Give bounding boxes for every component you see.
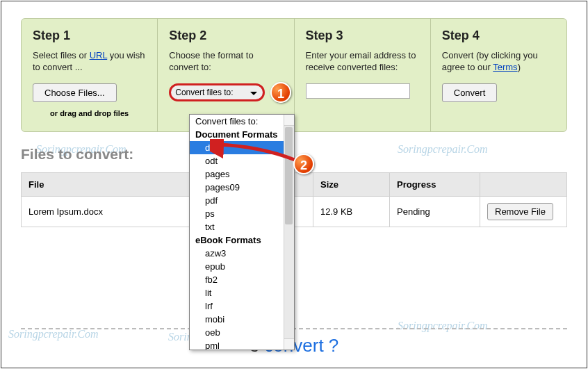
drag-drop-label: or drag and drop files xyxy=(33,109,146,117)
step-3-title: Step 3 xyxy=(306,28,419,43)
step-3: Step 3 Enter your email address to recei… xyxy=(294,19,430,131)
annotation-arrow-icon xyxy=(210,139,300,167)
dropdown-item[interactable]: pdf xyxy=(190,194,294,207)
step-4-desc: Convert (by clicking you agree to our Te… xyxy=(442,50,555,74)
url-link[interactable]: URL xyxy=(90,50,108,60)
cell-size: 12.9 KB xyxy=(313,196,390,227)
dropdown-item[interactable]: pages09 xyxy=(190,181,294,194)
cell-action: Remove File xyxy=(480,196,567,227)
step-3-desc: Enter your email address to receive conv… xyxy=(306,50,419,74)
email-field[interactable] xyxy=(306,83,410,99)
convert-button[interactable]: Convert xyxy=(442,83,498,102)
dropdown-item[interactable]: fb2 xyxy=(190,273,294,286)
format-select-label: Convert files to: xyxy=(171,85,263,99)
choose-files-button[interactable]: Choose Files... xyxy=(33,83,117,102)
col-progress: Progress xyxy=(390,172,480,196)
step-1: Step 1 Select files or URL you wish to c… xyxy=(22,19,157,131)
dropdown-item[interactable]: oeb xyxy=(190,326,294,339)
dropdown-item[interactable]: pml xyxy=(190,339,294,350)
dropdown-item[interactable]: lrf xyxy=(190,300,294,313)
step-2-desc: Choose the format to convert to: xyxy=(169,50,282,74)
dropdown-item[interactable]: mobi xyxy=(190,313,294,326)
step-4-title: Step 4 xyxy=(442,28,555,43)
cell-progress: Pending xyxy=(390,196,480,227)
annotation-2-icon: 2 xyxy=(293,154,314,174)
dropdown-item[interactable]: lit xyxy=(190,286,294,300)
app-window: Soringpcrepair.Com Soringpcrepair.Com So… xyxy=(1,1,587,368)
step-1-desc: Select files or URL you wish to convert … xyxy=(33,50,146,74)
dropdown-item[interactable]: epub xyxy=(190,260,294,273)
format-select[interactable]: Convert files to: xyxy=(169,83,265,101)
dropdown-item[interactable]: ps xyxy=(190,207,294,220)
dropdown-group: eBook Formats xyxy=(190,233,294,247)
col-size: Size xyxy=(313,172,390,196)
col-actions xyxy=(480,172,567,196)
dropdown-prompt[interactable]: Convert files to: xyxy=(190,115,294,128)
step-2-title: Step 2 xyxy=(169,28,282,43)
dropdown-item[interactable]: azw3 xyxy=(190,247,294,260)
remove-file-button[interactable]: Remove File xyxy=(487,203,553,220)
step-4: Step 4 Convert (by clicking you agree to… xyxy=(430,19,566,131)
annotation-1-icon: 1 xyxy=(270,82,291,103)
dropdown-item[interactable]: txt xyxy=(190,220,294,233)
step-1-title: Step 1 xyxy=(33,28,146,43)
terms-link[interactable]: Terms xyxy=(493,62,517,72)
dropdown-item[interactable]: pages xyxy=(190,167,294,181)
